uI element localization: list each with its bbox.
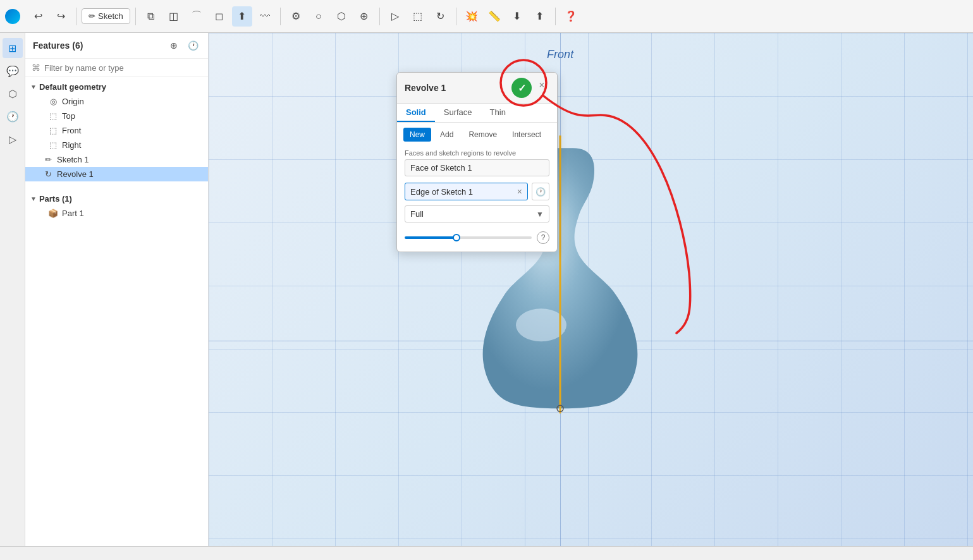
tab-surface[interactable]: Surface [435, 104, 481, 122]
checkmark-icon: ✓ [518, 82, 526, 94]
nav-history-icon[interactable]: 🕐 [3, 106, 23, 126]
help-button[interactable]: ❓ [561, 6, 581, 27]
nav-features-icon[interactable]: ⊞ [3, 38, 23, 58]
fillet-button[interactable]: ⌒ [187, 6, 207, 27]
toolbar: ↩ ↪ ✏ Sketch ⧉ ◫ ⌒ ◻ ⬆ 〰 ⚙ ○ ⬡ ⊕ ▷ ⬚ ↻ 💥… [0, 0, 973, 33]
sidebar-header-icons: ⊕ 🕐 [166, 38, 200, 53]
import-button[interactable]: ⬇ [507, 6, 527, 27]
wrap-button[interactable]: ↻ [431, 6, 451, 27]
separator-4 [379, 8, 380, 25]
nav-comments-icon[interactable]: 💬 [3, 61, 23, 81]
tab-solid[interactable]: Solid [397, 104, 435, 122]
cancel-button[interactable]: × [534, 78, 549, 93]
help-icon: ? [541, 233, 546, 242]
dropdown-arrow-icon: ▼ [531, 210, 549, 219]
subtab-remove[interactable]: Remove [462, 128, 503, 142]
tree-item-front[interactable]: ⬚ Front [25, 123, 208, 138]
group-parts[interactable]: ▼ Parts (1) [25, 192, 208, 206]
nav-icons: ⊞ 💬 ⬡ 🕐 ▷ [0, 33, 25, 546]
redo-button[interactable]: ↪ [51, 6, 71, 27]
revolve-icon: ↻ [43, 169, 53, 179]
add-feature-button[interactable]: ⊕ [166, 38, 181, 53]
item-label: Revolve 1 [57, 169, 94, 179]
hole-button[interactable]: ○ [309, 6, 329, 27]
export-button[interactable]: ⬆ [530, 6, 550, 27]
plane-button[interactable]: ⬡ [331, 6, 352, 27]
history-button[interactable]: 🕐 [185, 38, 200, 53]
separator-2 [135, 8, 136, 25]
item-label: Top [62, 111, 75, 121]
filter-icon: ⌘ [32, 63, 40, 73]
angle-slider[interactable] [405, 236, 532, 239]
sketch-button[interactable]: ✏ Sketch [82, 8, 130, 24]
extent-dropdown[interactable]: Full ▼ [405, 205, 549, 222]
origin-icon: ◎ [48, 97, 58, 106]
sketch-icon: ✏ [43, 155, 53, 164]
separator-3 [280, 8, 281, 25]
revolve-axis-row: Edge of Sketch 1 × 🕐 [405, 183, 549, 200]
nav-simulation-icon[interactable]: ▷ [3, 129, 23, 149]
revolve-axis-field[interactable]: Edge of Sketch 1 × [405, 183, 528, 200]
item-label: Right [62, 140, 81, 150]
dialog-header: Revolve 1 ✓ × [397, 73, 557, 104]
plane-icon: ⬚ [48, 140, 58, 150]
measure-button[interactable]: 📏 [484, 6, 505, 27]
tree-item-sketch1[interactable]: ✏ Sketch 1 [25, 152, 208, 167]
clear-axis-button[interactable]: × [517, 186, 522, 197]
mirror-button[interactable]: ◫ [164, 6, 184, 27]
viewport[interactable]: Front [209, 33, 973, 546]
revolve-axis-value: Edge of Sketch 1 [410, 187, 473, 197]
extrude-button[interactable]: ⬆ [232, 6, 252, 27]
extent-value: Full [405, 206, 531, 222]
group-default-geometry[interactable]: ▼ Default geometry [25, 80, 208, 94]
sketch-icon: ✏ [89, 11, 95, 21]
axis-history-button[interactable]: 🕐 [532, 183, 549, 200]
sidebar-title: Features (6) [33, 40, 83, 51]
undo-button[interactable]: ↩ [28, 6, 48, 27]
combine-button[interactable]: ⊕ [354, 6, 374, 27]
nav-parts-icon[interactable]: ⬡ [3, 83, 23, 104]
thread-button[interactable]: ⚙ [286, 6, 306, 27]
sweep-button[interactable]: 〰 [255, 6, 275, 27]
dialog-actions: ✓ × [511, 78, 549, 98]
angle-slider-row: ? [405, 229, 549, 247]
slider-thumb [453, 234, 460, 241]
tab-thin[interactable]: Thin [481, 104, 515, 122]
simulation-button[interactable]: ▷ [385, 6, 405, 27]
separator-1 [76, 8, 76, 25]
faces-value[interactable]: Face of Sketch 1 [405, 159, 549, 176]
tree-item-top[interactable]: ⬚ Top [25, 109, 208, 123]
confirm-button[interactable]: ✓ [511, 78, 532, 98]
chevron-down-icon: ▼ [30, 195, 37, 202]
item-label: Origin [62, 97, 84, 106]
feature-tree: ▼ Default geometry ◎ Origin ⬚ Top ⬚ Fron… [25, 77, 208, 546]
svg-point-0 [516, 308, 566, 341]
subtab-intersect[interactable]: Intersect [506, 128, 548, 142]
chevron-down-icon: ▼ [30, 83, 37, 90]
sheet-button[interactable]: ⬚ [408, 6, 428, 27]
filter-input[interactable] [44, 63, 202, 73]
copy-button[interactable]: ⧉ [141, 6, 161, 27]
subtab-add[interactable]: Add [434, 128, 460, 142]
dialog-op-subtabs: New Add Remove Intersect [397, 123, 557, 144]
separator-6 [555, 8, 556, 25]
subtab-new[interactable]: New [403, 128, 431, 142]
tree-item-right[interactable]: ⬚ Right [25, 138, 208, 152]
statusbar [0, 546, 973, 560]
content-area: Front [209, 33, 973, 546]
revolve-dialog: Revolve 1 ✓ × Solid Surface Thin New [396, 72, 558, 252]
dialog-type-tabs: Solid Surface Thin [397, 104, 557, 123]
help-button[interactable]: ? [537, 231, 549, 244]
sidebar: Features (6) ⊕ 🕐 ⌘ ▼ Default geometry ◎ … [25, 33, 209, 546]
part-icon: 📦 [48, 209, 58, 218]
plane-icon: ⬚ [48, 126, 58, 135]
front-label: Front [547, 48, 573, 61]
tree-item-part1[interactable]: 📦 Part 1 [25, 206, 208, 221]
tree-item-origin[interactable]: ◎ Origin [25, 94, 208, 109]
shell-button[interactable]: ◻ [209, 6, 229, 27]
close-icon: × [539, 80, 544, 91]
dialog-body: Faces and sketch regions to revolve Face… [397, 144, 557, 252]
dialog-title: Revolve 1 [405, 83, 446, 93]
tree-item-revolve1[interactable]: ↻ Revolve 1 [25, 167, 208, 181]
explode-button[interactable]: 💥 [462, 6, 482, 27]
